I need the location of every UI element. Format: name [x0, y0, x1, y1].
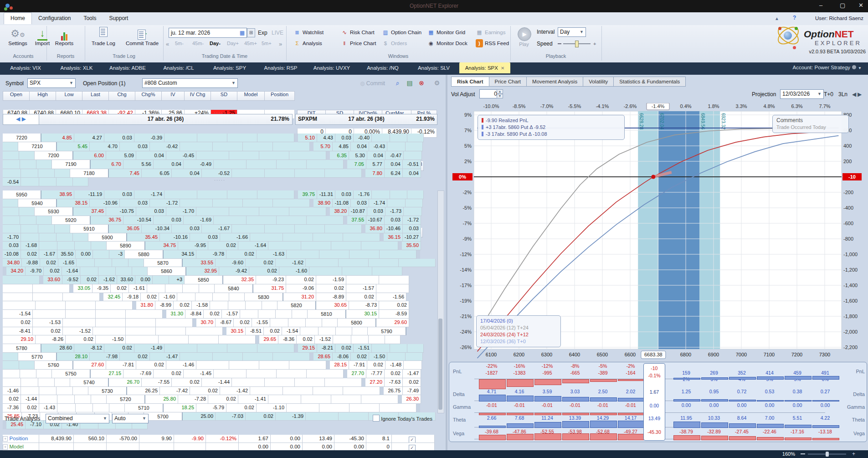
delete-icon[interactable]: ⊗ — [416, 78, 426, 87]
analysis-row[interactable]: + Position8,439.90560.10-570.009.90-9.90… — [3, 435, 437, 443]
minimize-button[interactable]: – — [819, 2, 822, 9]
symbol-select[interactable]: SPX▼ — [27, 78, 76, 88]
mid-cell[interactable]: 7.80 — [365, 169, 385, 178]
comments-box[interactable]: Comments Trade Occurred Today — [772, 115, 849, 133]
analysis-mode-select[interactable]: Combined▼ — [46, 414, 109, 423]
mid-cell[interactable]: 34.15 — [164, 250, 196, 259]
projection-date-line[interactable]: 24/03/2026 (24) T+12 — [480, 331, 557, 338]
menu-item-tools[interactable]: Tools — [77, 12, 103, 24]
mid-cell[interactable]: 5.70 — [313, 142, 333, 151]
option-row[interactable]: 570025.00-7.030.02-1.3925.45-7.100.02-1.… — [3, 404, 437, 412]
window-toggle-analysis[interactable]: ΣAnalysis — [293, 39, 322, 47]
time-step-45m-[interactable]: 45m- — [192, 41, 204, 46]
speed-plus[interactable]: + — [593, 41, 596, 46]
analysis-tab[interactable]: Analysis: VIX — [0, 62, 51, 73]
analysis-tab[interactable]: Analysis: UVXY — [306, 62, 357, 73]
option-row[interactable]: 71906.705.560.04-0.497.055.770.04-0.51 — [3, 160, 437, 169]
zoom-in-button[interactable]: + — [852, 451, 855, 457]
interval-select[interactable]: Day▼ — [558, 27, 586, 37]
time-step-5m-[interactable]: 5m- — [175, 41, 184, 46]
export-grid-icon[interactable]: ▤ — [405, 78, 415, 87]
mid-cell[interactable]: 31.75 — [253, 284, 286, 293]
step-back-icon[interactable]: « — [166, 41, 169, 47]
prev-expiry-icon[interactable]: ◀ — [16, 116, 20, 122]
panel-tab-volatility[interactable]: Volatility — [583, 77, 614, 87]
analysis-tab[interactable]: Analysis: SPY — [204, 62, 255, 73]
mid-cell[interactable]: 6.00 — [73, 151, 106, 160]
mid-cell[interactable]: 6.35 — [330, 151, 349, 160]
mid-cell[interactable]: 38.15 — [57, 199, 90, 208]
mid-cell[interactable]: 38.90 — [313, 199, 333, 208]
analysis-tab[interactable]: Analysis: SLV — [408, 62, 459, 73]
commit-trade-button[interactable]: + Commit Trade — [124, 27, 160, 46]
mid-cell[interactable]: 36.05 — [109, 225, 142, 233]
option-row[interactable]: 586032.95-9.420.02-1.6033.60-9.520.02-1.… — [3, 267, 437, 276]
window-toggle-watchlist[interactable]: ≣Watchlist — [293, 28, 324, 36]
mid-cell[interactable]: 37.45 — [73, 207, 106, 216]
option-row[interactable]: 593037.45-10.750.03-1.7038.20-10.870.03-… — [3, 207, 437, 216]
panel-tab-statistics-fundamentals[interactable]: Statistics & Fundamentals — [614, 77, 686, 87]
zoom-out-button[interactable] — [801, 453, 805, 454]
window-toggle-price-chart[interactable]: ‖Price Chart — [341, 39, 376, 47]
mid-cell[interactable]: 25.00 — [183, 412, 216, 421]
option-row[interactable]: 71807.456.050.04-0.527.806.240.04-0.54 — [3, 169, 437, 178]
mid-cell[interactable]: 38.20 — [330, 207, 349, 216]
option-row[interactable]: 578028.60-8.120.02-1.4929.15-8.210.02-1.… — [3, 335, 437, 344]
projection-date-line[interactable]: 12/03/2026 (36) T+0 — [480, 338, 557, 345]
reports-button[interactable]: Reports — [50, 27, 78, 46]
expander-icon[interactable]: + — [3, 436, 8, 442]
projection-date-line[interactable]: 05/04/2026 (12) T+24 — [480, 324, 557, 331]
expiry-header-left[interactable]: 17 abr. 26 (36) 21.78% — [39, 114, 293, 125]
mid-cell[interactable]: 31.20 — [283, 293, 316, 302]
tab-close-icon[interactable]: ✕ — [501, 66, 504, 71]
mid-cell[interactable]: 30.65 — [316, 301, 349, 310]
mid-cell[interactable]: 39.75 — [298, 190, 317, 199]
mid-cell[interactable]: 38.95 — [41, 190, 74, 199]
step-fwd-icon[interactable]: » — [279, 41, 282, 47]
next-expiry-icon[interactable]: ▶ — [22, 116, 26, 122]
menu-item-home[interactable]: Home — [4, 12, 32, 24]
option-row[interactable]: 587033.55-9.600.02-1.6234.20-9.700.02-1.… — [3, 259, 437, 268]
option-row[interactable]: 72105.454.700.03-0.425.704.850.04-0.43 — [3, 142, 437, 151]
exp-toggle-button[interactable]: ⊞ — [247, 28, 255, 37]
mid-cell[interactable]: 7.05 — [347, 160, 366, 169]
analysis-tab[interactable]: Analysis: XLK — [51, 62, 102, 73]
projection-date-line[interactable]: 17/04/2026 (0) — [480, 318, 557, 324]
zoom-icon[interactable]: ⌕ — [393, 78, 403, 87]
mid-cell[interactable]: 30.15 — [346, 310, 379, 319]
menu-item-configuration[interactable]: Configuration — [32, 12, 77, 24]
option-row[interactable]: 585032.35-9.230.02-1.5933.05-9.350.02-1.… — [3, 276, 437, 284]
time-step-Day+[interactable]: Day+ — [227, 41, 239, 46]
projection-prev-icon[interactable]: ◀ — [852, 91, 856, 98]
option-row[interactable]: 575027.15-7.690.02-1.4527.70-7.770.02-1.… — [3, 361, 437, 370]
panel-tab-price-chart[interactable]: Price Chart — [489, 77, 527, 87]
option-row[interactable]: 583031.20-8.890.02-1.5631.80-8.990.02-1.… — [3, 293, 437, 302]
speed-slider-thumb[interactable] — [575, 41, 579, 47]
analysis-row-name[interactable]: + Position — [3, 435, 39, 443]
mid-cell[interactable]: 6.70 — [91, 160, 123, 169]
expander-icon[interactable]: + — [3, 444, 8, 450]
window-toggle-option-chain[interactable]: ▥Option Chain — [382, 28, 421, 36]
mid-cell[interactable]: 32.95 — [186, 267, 219, 276]
option-row[interactable]: 594038.15-10.960.03-1.7238.90-11.080.03-… — [3, 199, 437, 208]
option-row[interactable]: 588034.15-9.780.02-1.6334.80-9.880.02-1.… — [3, 250, 437, 259]
mid-cell[interactable]: 36.75 — [91, 216, 123, 225]
option-row[interactable]: 573026.25-7.420.02-1.4226.75-7.490.02-1.… — [3, 378, 437, 387]
speed-minus[interactable] — [558, 43, 561, 44]
option-row[interactable]: 589034.75-9.950.02-1.6435.50-10.080.02-1… — [3, 242, 437, 250]
option-row[interactable]: 72204.854.270.03-0.395.104.430.03-0.40 — [3, 134, 437, 142]
zoom-slider-thumb[interactable] — [826, 452, 829, 457]
trading-date-input[interactable]: ju. 12 mar. 2026 ▦ — [169, 28, 247, 38]
plot-checkbox[interactable]: ✓ — [409, 437, 416, 443]
time-step-45m+[interactable]: 45m+ — [244, 41, 257, 46]
option-row[interactable]: 579029.10-8.260.02-1.5029.65-8.360.02-1.… — [3, 327, 437, 336]
menu-item-support[interactable]: Support — [103, 12, 134, 24]
help-icon[interactable]: ? — [793, 15, 796, 21]
play-button[interactable]: ▶ — [518, 27, 531, 41]
analysis-tab[interactable]: Analysis: ADBE — [102, 62, 153, 73]
panel-tab-movement-analysis[interactable]: Movement Analysis — [527, 77, 583, 87]
mid-cell[interactable]: 33.55 — [183, 259, 216, 268]
time-step-Day-[interactable]: Day- — [210, 41, 221, 46]
mid-cell[interactable]: 7.45 — [109, 169, 142, 178]
account-selector[interactable]: Account: Power Strategy▼ — [793, 65, 862, 70]
